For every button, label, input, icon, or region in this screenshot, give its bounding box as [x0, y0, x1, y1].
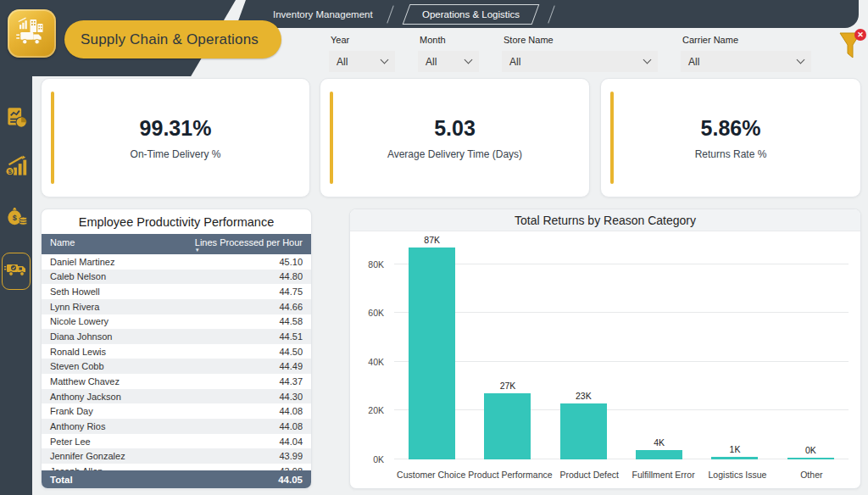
filter-dropdown[interactable]: All [681, 51, 811, 72]
filter-carrier-name: Carrier NameAll [681, 35, 811, 72]
kpi-accent-bar [330, 92, 333, 184]
bar-product-defect[interactable] [560, 403, 607, 459]
filter-bar: YearAllMonthAllStore NameAllCarrier Name… [329, 35, 811, 72]
table-row[interactable]: Seth Howell44.75 [42, 284, 311, 299]
table-row[interactable]: Steven Cobb44.49 [42, 359, 311, 374]
filter-dropdown[interactable]: All [418, 51, 479, 72]
app-logo [8, 9, 56, 58]
filter-year: YearAll [329, 35, 395, 72]
sidebar-item-sales-growth[interactable]: $ [2, 154, 31, 181]
filter-value: All [509, 56, 520, 68]
tab-operations-logistics[interactable]: Operations & Logistics [402, 4, 539, 25]
table-row[interactable]: Frank Day44.08 [42, 403, 311, 419]
employee-name: Daniel Martinez [50, 257, 114, 267]
bar-column: 4K [621, 437, 697, 460]
employee-name: Anthony Rios [50, 421, 105, 431]
bar-value-label: 4K [654, 437, 665, 448]
lines-per-hour-value: 44.66 [279, 302, 303, 312]
chevron-down-icon [797, 56, 805, 64]
kpi-label: Returns Rate % [695, 148, 767, 160]
employee-name: Frank Day [50, 406, 93, 416]
column-header-lines-per-hour[interactable]: Lines Processed per Hour ▼ [195, 237, 303, 253]
x-axis-label: Product Performance [468, 470, 552, 480]
sidebar-item-finance[interactable]: $ [2, 203, 31, 231]
filter-value: All [688, 56, 699, 68]
chart-y-axis: 0K20K40K60K80K [360, 240, 389, 459]
table-row[interactable]: Jennifer Gonzalez43.99 [42, 448, 311, 464]
x-axis-label: Logistics Issue [700, 470, 774, 480]
table-row[interactable]: Diana Johnson44.51 [42, 329, 311, 344]
sidebar-item-analytics[interactable] [2, 105, 31, 132]
sidebar-item-logistics[interactable] [2, 253, 31, 290]
employee-name: Peter Lee [50, 437, 91, 447]
kpi-accent-bar [51, 92, 54, 184]
employee-name: Diana Johnson [50, 331, 112, 342]
employee-name: Steven Cobb [50, 361, 104, 371]
y-tick-label: 60K [368, 308, 384, 318]
y-tick-label: 0K [373, 454, 384, 464]
x-axis-label: Product Defect [553, 470, 626, 480]
lines-per-hour-value: 44.50 [279, 347, 303, 357]
returns-by-reason-chart-card: Total Returns by Reason Category 0K20K40… [349, 209, 861, 489]
kpi-value: 5.86% [695, 116, 767, 141]
bar-value-label: 1K [730, 444, 741, 454]
sales-growth-icon: $ [5, 155, 28, 181]
page-title-text: Supply Chain & Operations [81, 31, 259, 48]
kpi-value: 99.31% [131, 116, 221, 141]
tab-inventory-management[interactable]: Inventory Management [259, 9, 387, 19]
employee-name: Nicole Lowery [50, 316, 108, 326]
bar-customer-choice[interactable] [409, 248, 455, 459]
bar-value-label: 27K [500, 381, 516, 391]
chart-plot: 0K20K40K60K80K 87K27K23K4K1K0K [360, 240, 849, 459]
lines-per-hour-value: 44.08 [279, 406, 303, 416]
bar-other[interactable] [787, 458, 834, 459]
table-row[interactable]: Joseph Allen43.98 [42, 464, 311, 470]
employee-name: Caleb Nelson [50, 271, 106, 281]
chevron-down-icon [465, 56, 473, 64]
money-bag-icon: $ [5, 204, 28, 231]
lines-per-hour-value: 43.99 [279, 451, 303, 461]
table-row[interactable]: Ronald Lewis44.50 [42, 344, 311, 359]
table-row[interactable]: Caleb Nelson44.80 [42, 270, 311, 285]
kpi-value: 5.03 [387, 116, 522, 141]
bar-column: 0K [773, 445, 849, 459]
bar-product-performance[interactable] [484, 393, 531, 459]
page-title: Supply Chain & Operations [64, 20, 281, 58]
employee-name: Seth Howell [50, 286, 100, 297]
filter-dropdown[interactable]: All [329, 51, 395, 72]
lines-per-hour-value: 45.10 [279, 257, 303, 267]
filter-value: All [337, 56, 348, 68]
chart-title: Total Returns by Reason Category [350, 209, 860, 231]
x-axis-label: Customer Choice [394, 470, 468, 480]
column-header-label: Lines Processed per Hour [195, 237, 303, 248]
sort-descending-icon: ▼ [195, 248, 303, 253]
table-row[interactable]: Lynn Rivera44.66 [42, 299, 311, 314]
kpi-card-on-time-delivery: 99.31% On-Time Delivery % [41, 78, 310, 197]
column-header-name[interactable]: Name [50, 237, 75, 248]
analytics-report-icon [5, 106, 28, 132]
y-tick-label: 80K [368, 259, 384, 270]
bar-logistics-issue[interactable] [711, 457, 758, 459]
bar-column: 23K [546, 391, 621, 459]
clear-filters-button[interactable]: ✕ [837, 31, 865, 67]
table-row[interactable]: Nicole Lowery44.58 [42, 314, 311, 330]
lines-per-hour-value: 44.08 [279, 421, 303, 431]
kpi-card-average-delivery-time: 5.03 Average Delivery Time (Days) [320, 78, 590, 197]
x-axis-label: Other [775, 470, 849, 480]
employee-name: Lynn Rivera [50, 302, 99, 312]
sidebar-nav: $ $ [0, 105, 32, 290]
filter-dropdown[interactable]: All [502, 51, 658, 72]
table-row[interactable]: Peter Lee44.04 [42, 434, 311, 449]
table-row[interactable]: Matthew Chavez44.37 [42, 374, 311, 389]
filter-label: Year [331, 35, 395, 45]
bar-fulfillment-error[interactable] [636, 450, 682, 460]
chart-x-labels: Customer ChoiceProduct PerformanceProduc… [394, 470, 849, 480]
employee-name: Anthony Jackson [50, 392, 121, 402]
employee-name: Matthew Chavez [50, 376, 120, 387]
table-row[interactable]: Daniel Martinez45.10 [42, 254, 311, 270]
tab-separator [387, 5, 393, 23]
funnel-icon [837, 52, 863, 66]
table-row[interactable]: Anthony Rios44.08 [42, 419, 311, 434]
kpi-label: Average Delivery Time (Days) [387, 148, 522, 160]
table-row[interactable]: Anthony Jackson44.30 [42, 389, 311, 404]
